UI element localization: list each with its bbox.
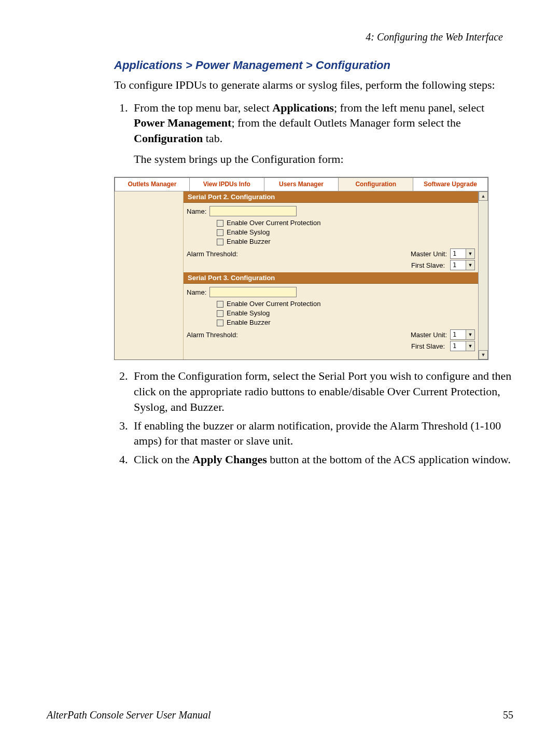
- port2-name-input[interactable]: [209, 206, 297, 216]
- chevron-down-icon: ▼: [466, 260, 474, 270]
- port3-first-slave-label: First Slave:: [334, 342, 447, 350]
- port2-alarm-threshold-label: Alarm Threshold:: [187, 250, 251, 258]
- port3-first-slave-select[interactable]: 1 ▼: [450, 341, 475, 351]
- step-1: From the top menu bar, select Applicatio…: [131, 100, 513, 167]
- port2-master-unit-label: Master Unit:: [400, 250, 447, 258]
- tab-configuration[interactable]: Configuration: [339, 177, 413, 191]
- footer-page-number: 55: [503, 709, 513, 721]
- steps-list-continued: From the Configuration form, select the …: [47, 368, 513, 467]
- port3-checkbox-buzzer[interactable]: [217, 320, 223, 326]
- port3-header: Serial Port 3. Configuration: [184, 272, 478, 284]
- port3-buzzer-label: Enable Buzzer: [227, 318, 271, 327]
- step-1-bold-applications: Applications: [272, 101, 334, 114]
- port3-name-label: Name:: [187, 288, 206, 296]
- port2-header: Serial Port 2. Configuration: [184, 191, 478, 203]
- form-scroll-area: Serial Port 2. Configuration Name: Enabl…: [184, 191, 478, 359]
- port3-checkbox-overcurrent[interactable]: [217, 301, 223, 308]
- port2-master-unit-select[interactable]: 1 ▼: [450, 248, 475, 259]
- tab-view-ipdus-info[interactable]: View IPDUs Info: [190, 177, 264, 191]
- step-1-subtext: The system brings up the Configuration f…: [134, 151, 513, 167]
- step-3: If enabling the buzzer or alarm notifica…: [131, 418, 513, 449]
- port3-master-unit-value: 1: [451, 331, 466, 338]
- scroll-track[interactable]: [479, 201, 488, 350]
- step-1-text-e: ; from the default Outlets Manager form …: [231, 116, 460, 129]
- port2-first-slave-label: First Slave:: [334, 261, 447, 269]
- port2-overcurrent-label: Enable Over Current Protection: [227, 218, 320, 228]
- running-header: 4: Configuring the Web Interface: [47, 31, 503, 43]
- port2-checkbox-overcurrent[interactable]: [217, 220, 223, 227]
- step-1-text-g: tab.: [203, 132, 222, 145]
- port3-master-unit-select[interactable]: 1 ▼: [450, 329, 475, 340]
- port3-name-input[interactable]: [209, 287, 297, 297]
- chevron-down-icon: ▼: [466, 330, 474, 339]
- chevron-down-icon: ▼: [466, 341, 474, 351]
- step-4-bold-apply: Apply Changes: [192, 453, 267, 466]
- port2-name-label: Name:: [187, 208, 206, 215]
- step-1-text-c: ; from the left menu panel, select: [334, 101, 484, 114]
- chevron-down-icon: ▼: [466, 249, 474, 258]
- port2-checkbox-syslog[interactable]: [217, 229, 223, 236]
- scroll-up-button[interactable]: ▲: [479, 191, 488, 201]
- intro-paragraph: To configure IPDUs to generate alarms or…: [47, 77, 513, 93]
- port2-first-slave-select[interactable]: 1 ▼: [450, 260, 475, 270]
- step-4-text-c: button at the bottom of the ACS applicat…: [267, 453, 511, 466]
- port2-master-unit-value: 1: [451, 250, 466, 257]
- port2-buzzer-label: Enable Buzzer: [227, 237, 271, 246]
- step-4-text-a: Click on the: [134, 453, 192, 466]
- configuration-form-screenshot: Outlets Manager View IPDUs Info Users Ma…: [114, 177, 488, 360]
- left-margin-panel: [115, 191, 184, 359]
- tab-bar: Outlets Manager View IPDUs Info Users Ma…: [115, 177, 488, 191]
- port2-syslog-label: Enable Syslog: [227, 228, 270, 237]
- section-heading: Applications > Power Management > Config…: [47, 59, 513, 72]
- port3-first-slave-value: 1: [451, 342, 466, 350]
- step-1-bold-powermgmt: Power Management: [134, 116, 231, 129]
- tab-software-upgrade[interactable]: Software Upgrade: [413, 177, 488, 191]
- step-2: From the Configuration form, select the …: [131, 368, 513, 414]
- tab-outlets-manager[interactable]: Outlets Manager: [115, 177, 190, 191]
- port2-first-slave-value: 1: [451, 261, 466, 269]
- port2-checkbox-buzzer[interactable]: [217, 239, 223, 245]
- step-4: Click on the Apply Changes button at the…: [131, 452, 513, 467]
- port3-syslog-label: Enable Syslog: [227, 309, 270, 318]
- port3-checkbox-syslog[interactable]: [217, 310, 223, 317]
- tab-users-manager[interactable]: Users Manager: [264, 177, 339, 191]
- port3-master-unit-label: Master Unit:: [400, 331, 447, 339]
- footer-manual-title: AlterPath Console Server User Manual: [47, 709, 211, 721]
- step-1-bold-config: Configuration: [134, 132, 203, 145]
- port3-alarm-threshold-label: Alarm Threshold:: [187, 331, 251, 339]
- scroll-down-button[interactable]: ▼: [479, 350, 488, 359]
- steps-list: From the top menu bar, select Applicatio…: [47, 100, 513, 167]
- port3-overcurrent-label: Enable Over Current Protection: [227, 299, 320, 309]
- step-1-text-a: From the top menu bar, select: [134, 101, 272, 114]
- vertical-scrollbar[interactable]: ▲ ▼: [478, 191, 488, 359]
